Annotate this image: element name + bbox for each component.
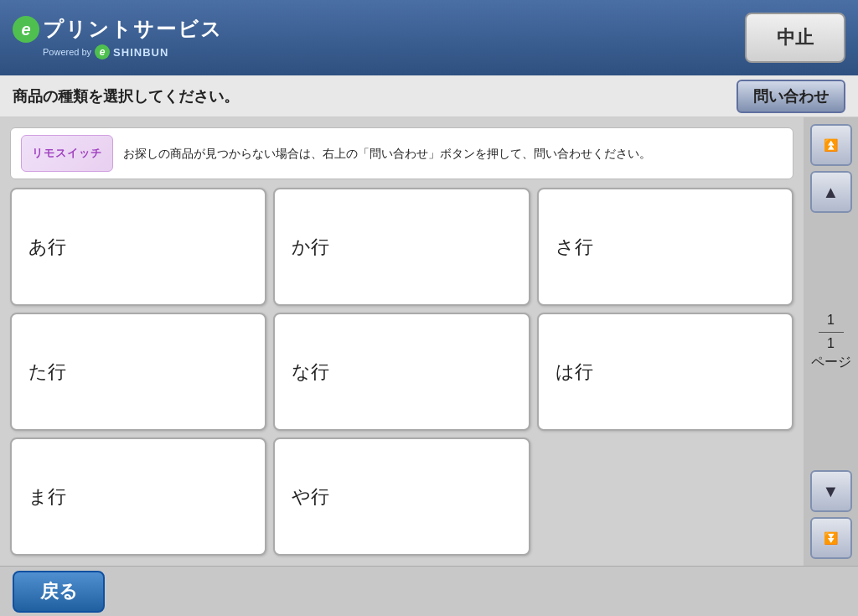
grid-btn-や行[interactable]: や行	[273, 437, 530, 556]
grid-btn-は行[interactable]: は行	[537, 313, 793, 431]
cancel-button[interactable]: 中止	[745, 13, 845, 63]
page-total: 1	[827, 334, 835, 353]
grid-btn-た行[interactable]: た行	[10, 313, 266, 431]
scroll-top-single-icon: ▲	[823, 183, 840, 202]
content-area: リモスイッチ お探しの商品が見つからない場合は、右上の「問い合わせ」ボタンを押し…	[0, 117, 804, 566]
logo-main: e プリントサービス	[13, 16, 223, 43]
grid-btn-ま行[interactable]: ま行	[10, 437, 266, 556]
logo-text: プリントサービス	[43, 16, 223, 43]
scroll-top-single-button[interactable]: ▲	[810, 171, 852, 213]
logo-e-icon: e	[13, 16, 39, 43]
main-area: リモスイッチ お探しの商品が見つからない場合は、右上の「問い合わせ」ボタンを押し…	[0, 117, 858, 566]
logo-area: e プリントサービス Powered by e SHINBUN	[13, 16, 223, 60]
logo-powered: Powered by	[43, 47, 91, 57]
logo-shinbun: SHINBUN	[113, 46, 168, 59]
grid-btn-あ行[interactable]: あ行	[10, 188, 266, 306]
page-indicator: 1 1 ページ	[811, 218, 851, 465]
logo-sub: Powered by e SHINBUN	[43, 44, 168, 60]
back-button[interactable]: 戻る	[13, 571, 105, 613]
scroll-top-double-button[interactable]: ⏫	[810, 124, 852, 166]
header: e プリントサービス Powered by e SHINBUN 中止	[0, 0, 858, 75]
page-current: 1	[827, 311, 835, 329]
grid-btn-empty	[537, 437, 793, 556]
scroll-top-double-icon: ⏫	[824, 139, 838, 151]
remote-logo: リモスイッチ	[21, 135, 113, 172]
grid-btn-か行[interactable]: か行	[273, 188, 530, 306]
grid-btn-さ行[interactable]: さ行	[537, 188, 793, 306]
scrollbar-area: ⏫ ▲ 1 1 ページ ▼ ⏬	[804, 117, 858, 566]
logo-e-small-icon: e	[95, 44, 110, 60]
grid-btn-な行[interactable]: な行	[273, 313, 530, 431]
scroll-bottom-single-button[interactable]: ▼	[810, 470, 852, 512]
remote-logo-text: リモスイッチ	[32, 146, 102, 161]
footer: 戻る	[0, 566, 858, 616]
scroll-bottom-double-icon: ⏬	[824, 532, 838, 544]
page-instruction: 商品の種類を選択してください。	[13, 86, 239, 106]
subheader: 商品の種類を選択してください。 問い合わせ	[0, 75, 858, 117]
inquiry-button[interactable]: 問い合わせ	[737, 80, 845, 113]
scroll-bottom-double-button[interactable]: ⏬	[810, 517, 852, 559]
scroll-bottom-single-icon: ▼	[823, 482, 840, 501]
info-box: リモスイッチ お探しの商品が見つからない場合は、右上の「問い合わせ」ボタンを押し…	[10, 127, 793, 179]
page-label: ページ	[811, 353, 851, 371]
grid-area: あ行か行さ行た行な行は行ま行や行	[10, 188, 793, 556]
info-text: お探しの商品が見つからない場合は、右上の「問い合わせ」ボタンを押して、問い合わせ…	[123, 144, 651, 163]
page-divider	[819, 332, 844, 333]
